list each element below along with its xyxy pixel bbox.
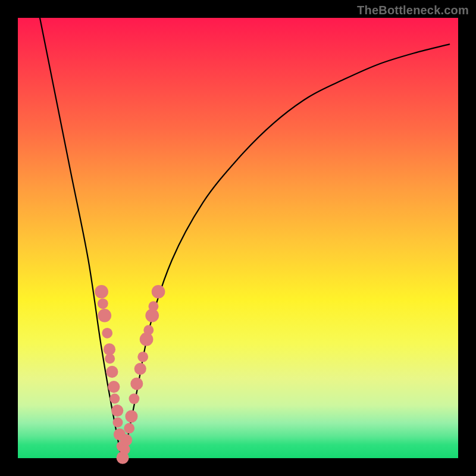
bead-dot (137, 352, 148, 362)
bead-dot (130, 377, 143, 390)
bead-dot (134, 363, 146, 375)
bead-dot (108, 381, 120, 393)
bead-dot (98, 309, 111, 322)
bead-dot (125, 410, 137, 422)
bead-dot (148, 301, 158, 311)
attribution-label: TheBottleneck.com (357, 4, 469, 17)
bead-dot (98, 298, 108, 309)
chart-svg (18, 18, 458, 458)
bead-dot (105, 353, 115, 364)
bead-dot (106, 366, 118, 378)
bead-dot (120, 434, 132, 446)
bead-dot (111, 405, 123, 416)
bead-dot (95, 285, 108, 299)
bead-dot (109, 394, 120, 404)
bead-dot (152, 285, 165, 299)
bead-dot (113, 418, 123, 428)
bead-dot (143, 325, 154, 335)
bead-dot (129, 393, 139, 404)
bottleneck-curve-path (40, 18, 449, 458)
bead-dot (124, 423, 134, 434)
bead-dot (102, 328, 112, 339)
bead-dot (104, 343, 115, 355)
